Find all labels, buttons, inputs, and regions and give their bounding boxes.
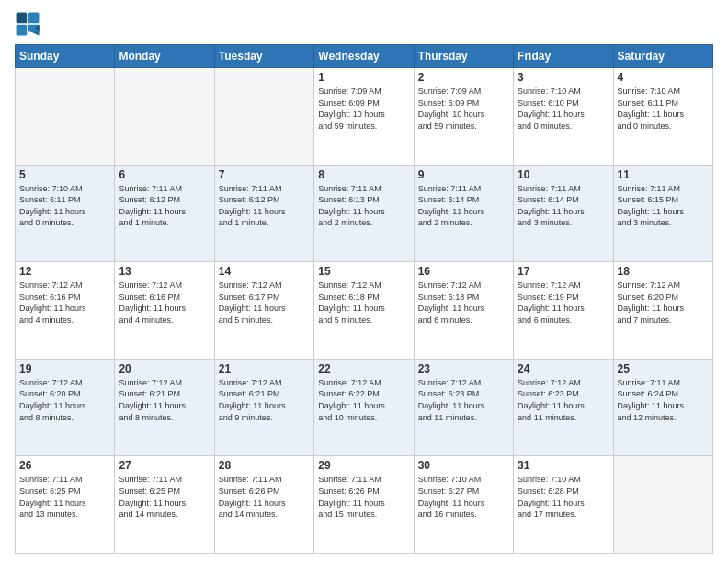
page: SundayMondayTuesdayWednesdayThursdayFrid… <box>0 0 728 563</box>
calendar-cell: 23Sunrise: 7:12 AMSunset: 6:23 PMDayligh… <box>414 359 513 456</box>
calendar-table: SundayMondayTuesdayWednesdayThursdayFrid… <box>15 44 713 554</box>
day-number: 31 <box>518 459 609 472</box>
calendar-cell: 31Sunrise: 7:10 AMSunset: 6:28 PMDayligh… <box>514 456 613 554</box>
calendar-cell: 21Sunrise: 7:12 AMSunset: 6:21 PMDayligh… <box>214 359 313 456</box>
day-info: Sunrise: 7:12 AMSunset: 6:21 PMDaylight:… <box>119 377 210 423</box>
day-number: 3 <box>518 71 609 84</box>
calendar-cell: 22Sunrise: 7:12 AMSunset: 6:22 PMDayligh… <box>314 359 414 456</box>
day-info: Sunrise: 7:12 AMSunset: 6:22 PMDaylight:… <box>318 377 409 423</box>
svg-rect-0 <box>17 13 28 24</box>
day-info: Sunrise: 7:09 AMSunset: 6:09 PMDaylight:… <box>418 86 509 132</box>
calendar-cell: 6Sunrise: 7:11 AMSunset: 6:12 PMDaylight… <box>115 165 214 262</box>
calendar-cell: 19Sunrise: 7:12 AMSunset: 6:20 PMDayligh… <box>16 359 115 456</box>
calendar-cell: 14Sunrise: 7:12 AMSunset: 6:17 PMDayligh… <box>214 262 313 360</box>
logo-icon <box>15 11 40 37</box>
day-number: 2 <box>418 71 509 84</box>
weekday-header-wednesday: Wednesday <box>314 45 414 68</box>
day-number: 26 <box>19 459 110 472</box>
day-info: Sunrise: 7:11 AMSunset: 6:12 PMDaylight:… <box>119 183 210 229</box>
calendar-row-3: 19Sunrise: 7:12 AMSunset: 6:20 PMDayligh… <box>16 359 713 456</box>
calendar-cell: 16Sunrise: 7:12 AMSunset: 6:18 PMDayligh… <box>414 262 513 360</box>
day-info: Sunrise: 7:12 AMSunset: 6:18 PMDaylight:… <box>418 280 509 326</box>
calendar-cell: 9Sunrise: 7:11 AMSunset: 6:14 PMDaylight… <box>414 165 513 262</box>
calendar-cell <box>16 68 115 166</box>
day-info: Sunrise: 7:12 AMSunset: 6:19 PMDaylight:… <box>518 280 609 326</box>
day-info: Sunrise: 7:10 AMSunset: 6:10 PMDaylight:… <box>518 86 609 132</box>
day-number: 12 <box>19 265 110 278</box>
day-info: Sunrise: 7:09 AMSunset: 6:09 PMDaylight:… <box>318 86 409 132</box>
day-info: Sunrise: 7:11 AMSunset: 6:12 PMDaylight:… <box>219 183 310 229</box>
day-info: Sunrise: 7:11 AMSunset: 6:25 PMDaylight:… <box>119 474 210 520</box>
day-info: Sunrise: 7:11 AMSunset: 6:25 PMDaylight:… <box>19 474 110 520</box>
svg-rect-1 <box>28 13 40 24</box>
weekday-header-monday: Monday <box>115 45 214 68</box>
day-number: 19 <box>19 362 110 375</box>
day-number: 20 <box>119 362 210 375</box>
day-number: 15 <box>318 265 409 278</box>
weekday-header-tuesday: Tuesday <box>214 45 313 68</box>
day-number: 4 <box>618 71 709 84</box>
calendar-cell <box>613 456 712 554</box>
day-info: Sunrise: 7:11 AMSunset: 6:14 PMDaylight:… <box>418 183 509 229</box>
day-info: Sunrise: 7:11 AMSunset: 6:24 PMDaylight:… <box>618 377 709 423</box>
day-number: 14 <box>219 265 310 278</box>
calendar-cell: 28Sunrise: 7:11 AMSunset: 6:26 PMDayligh… <box>214 456 313 554</box>
day-number: 10 <box>518 168 609 181</box>
day-info: Sunrise: 7:11 AMSunset: 6:26 PMDaylight:… <box>219 474 310 520</box>
day-info: Sunrise: 7:12 AMSunset: 6:21 PMDaylight:… <box>219 377 310 423</box>
calendar-cell: 12Sunrise: 7:12 AMSunset: 6:16 PMDayligh… <box>16 262 115 360</box>
day-info: Sunrise: 7:10 AMSunset: 6:28 PMDaylight:… <box>518 474 609 520</box>
day-number: 5 <box>19 168 110 181</box>
day-info: Sunrise: 7:10 AMSunset: 6:11 PMDaylight:… <box>19 183 110 229</box>
day-number: 18 <box>618 265 709 278</box>
day-number: 7 <box>219 168 310 181</box>
day-info: Sunrise: 7:12 AMSunset: 6:18 PMDaylight:… <box>318 280 409 326</box>
day-number: 16 <box>418 265 509 278</box>
calendar-cell: 20Sunrise: 7:12 AMSunset: 6:21 PMDayligh… <box>115 359 214 456</box>
svg-rect-2 <box>17 25 28 36</box>
calendar-cell: 29Sunrise: 7:11 AMSunset: 6:26 PMDayligh… <box>314 456 414 554</box>
weekday-header-saturday: Saturday <box>613 45 712 68</box>
day-info: Sunrise: 7:12 AMSunset: 6:20 PMDaylight:… <box>618 280 709 326</box>
calendar-cell: 7Sunrise: 7:11 AMSunset: 6:12 PMDaylight… <box>214 165 313 262</box>
day-info: Sunrise: 7:10 AMSunset: 6:27 PMDaylight:… <box>418 474 509 520</box>
calendar-cell: 26Sunrise: 7:11 AMSunset: 6:25 PMDayligh… <box>16 456 115 554</box>
weekday-header-thursday: Thursday <box>414 45 513 68</box>
day-number: 21 <box>219 362 310 375</box>
calendar-cell: 27Sunrise: 7:11 AMSunset: 6:25 PMDayligh… <box>115 456 214 554</box>
day-number: 8 <box>318 168 409 181</box>
calendar-cell <box>214 68 313 166</box>
calendar-cell: 25Sunrise: 7:11 AMSunset: 6:24 PMDayligh… <box>613 359 712 456</box>
calendar-cell: 1Sunrise: 7:09 AMSunset: 6:09 PMDaylight… <box>314 68 414 166</box>
calendar-cell: 18Sunrise: 7:12 AMSunset: 6:20 PMDayligh… <box>613 262 712 360</box>
weekday-header-row: SundayMondayTuesdayWednesdayThursdayFrid… <box>16 45 713 68</box>
calendar-cell: 3Sunrise: 7:10 AMSunset: 6:10 PMDaylight… <box>514 68 613 166</box>
logo <box>15 11 44 37</box>
day-number: 24 <box>518 362 609 375</box>
day-info: Sunrise: 7:10 AMSunset: 6:11 PMDaylight:… <box>618 86 709 132</box>
day-number: 28 <box>219 459 310 472</box>
calendar-cell: 11Sunrise: 7:11 AMSunset: 6:15 PMDayligh… <box>613 165 712 262</box>
calendar-cell: 10Sunrise: 7:11 AMSunset: 6:14 PMDayligh… <box>514 165 613 262</box>
day-info: Sunrise: 7:12 AMSunset: 6:16 PMDaylight:… <box>19 280 110 326</box>
calendar-row-4: 26Sunrise: 7:11 AMSunset: 6:25 PMDayligh… <box>16 456 713 554</box>
calendar-cell: 2Sunrise: 7:09 AMSunset: 6:09 PMDaylight… <box>414 68 513 166</box>
calendar-cell: 4Sunrise: 7:10 AMSunset: 6:11 PMDaylight… <box>613 68 712 166</box>
calendar-row-0: 1Sunrise: 7:09 AMSunset: 6:09 PMDaylight… <box>16 68 713 166</box>
day-info: Sunrise: 7:12 AMSunset: 6:17 PMDaylight:… <box>219 280 310 326</box>
day-number: 25 <box>618 362 709 375</box>
day-number: 6 <box>119 168 210 181</box>
calendar-cell: 13Sunrise: 7:12 AMSunset: 6:16 PMDayligh… <box>115 262 214 360</box>
calendar-row-2: 12Sunrise: 7:12 AMSunset: 6:16 PMDayligh… <box>16 262 713 360</box>
day-number: 29 <box>318 459 409 472</box>
calendar-cell: 17Sunrise: 7:12 AMSunset: 6:19 PMDayligh… <box>514 262 613 360</box>
day-number: 13 <box>119 265 210 278</box>
calendar-row-1: 5Sunrise: 7:10 AMSunset: 6:11 PMDaylight… <box>16 165 713 262</box>
weekday-header-sunday: Sunday <box>16 45 115 68</box>
day-info: Sunrise: 7:11 AMSunset: 6:14 PMDaylight:… <box>518 183 609 229</box>
day-number: 22 <box>318 362 409 375</box>
day-info: Sunrise: 7:12 AMSunset: 6:16 PMDaylight:… <box>119 280 210 326</box>
calendar-cell: 15Sunrise: 7:12 AMSunset: 6:18 PMDayligh… <box>314 262 414 360</box>
calendar-cell: 8Sunrise: 7:11 AMSunset: 6:13 PMDaylight… <box>314 165 414 262</box>
day-info: Sunrise: 7:11 AMSunset: 6:26 PMDaylight:… <box>318 474 409 520</box>
